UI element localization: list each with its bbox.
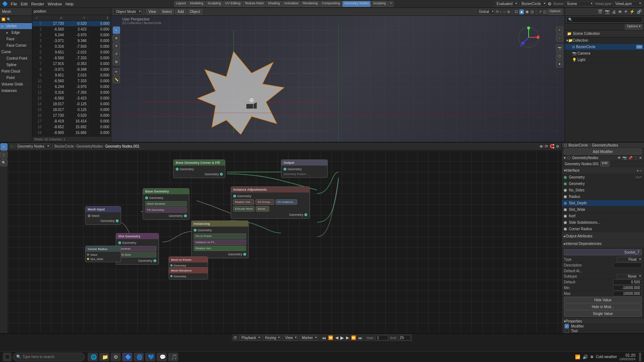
socket-item-corner-radius[interactable]: Corner Radius (562, 226, 644, 232)
socket-item-radius[interactable]: Radius (562, 194, 644, 200)
local-view[interactable]: ● (556, 60, 563, 68)
socket-item-geometry-in[interactable]: Geometry (562, 181, 644, 187)
show-desktop[interactable] (639, 353, 641, 361)
ia-sub4[interactable]: Extrude Mesh (233, 206, 254, 212)
socket-item-side-subdiv[interactable]: Side Subdivisions... (562, 219, 644, 226)
data-row-2[interactable]: 2 6.244 -3.970 0.000 (32, 32, 111, 38)
prop-icon-physics[interactable]: ⚡ (629, 9, 635, 15)
playback-btn[interactable]: Playback (239, 335, 261, 340)
prop-icon-output[interactable]: 🖨 (611, 9, 617, 15)
default-value[interactable]: 0.500 (613, 279, 642, 285)
hide-value-btn[interactable]: Hide Value (564, 297, 642, 303)
tree-instances[interactable]: Instances (0, 88, 32, 94)
mod-bc-item2[interactable]: GeometryNodes (592, 143, 618, 147)
object-dropdown[interactable]: BezierCircle (519, 1, 546, 6)
shading-material[interactable]: ◉ (525, 9, 529, 14)
zoom-in[interactable]: + (556, 27, 563, 34)
mod-delete-icon[interactable]: ✕ (639, 156, 642, 160)
type-dropdown[interactable]: Float (617, 257, 642, 262)
viewport-canvas[interactable]: ↖ ⊕ ✛ ↺ ⊞ ✏ 📏 + − 📷 ⬡ ● (111, 16, 565, 142)
node-instancing[interactable]: Instancing Geometry Pts to Points Instan… (191, 221, 249, 258)
socket-item-no-sides[interactable]: No_Sides (562, 187, 644, 194)
view-menu[interactable]: View (146, 9, 158, 14)
workspace-animation[interactable]: Animation (282, 1, 300, 7)
prop-icon-particles[interactable]: ✳ (624, 9, 628, 15)
scene-item-beziercircle[interactable]: ⊙ BezierCircle GN (565, 44, 644, 50)
properties-section-header[interactable]: ▾ Properties (562, 319, 644, 324)
ia-sub1[interactable]: Realize Inst... (233, 199, 254, 205)
taskbar-explorer[interactable]: 📁 (99, 353, 109, 361)
pb-start[interactable]: ⏮ (322, 336, 326, 340)
data-row-18[interactable]: 18 -8.652 15.692 0.000 (32, 124, 111, 130)
object-menu[interactable]: Object (188, 9, 202, 14)
workspace-shading[interactable]: Shading (266, 1, 281, 7)
slot-sub2[interactable]: Fill Slots (118, 252, 156, 257)
data-row-15[interactable]: 15 18.017 0.125 0.000 (32, 107, 111, 113)
prop-icon-constraints[interactable]: 🔗 (636, 9, 643, 15)
tool-move[interactable]: ✛ (113, 42, 120, 50)
add-modifier-button[interactable]: Add Modifier (564, 148, 642, 155)
scene-item-camera[interactable]: 📷 Camera (565, 50, 644, 57)
node-tool-select[interactable]: ↖ (0, 143, 8, 150)
node-slot-geometry[interactable]: Slot Geometry Geometry Boolean Fill Slot… (116, 233, 159, 265)
mod-bc-item1[interactable]: BezierCircle (569, 143, 588, 147)
pb-prev[interactable]: ◀ (335, 335, 338, 340)
tree-edge[interactable]: ▸ Edge (0, 29, 32, 36)
inst-sub1[interactable]: Pts to Points (194, 233, 246, 239)
options-btn[interactable]: Options (548, 9, 562, 15)
tree-spline[interactable]: Spline (0, 62, 32, 68)
description-input[interactable] (613, 263, 642, 268)
workspace-add[interactable]: + (388, 1, 394, 7)
data-row-10[interactable]: 10 -6.560 7.333 0.000 (32, 78, 111, 84)
taskbar-edge[interactable]: 🌐 (88, 353, 98, 361)
overlay-toggle[interactable]: ◫ (543, 10, 546, 14)
modifier-checkbox[interactable]: ✓ (565, 324, 569, 328)
start-frame[interactable] (376, 335, 388, 340)
markers-btn[interactable]: Marker (300, 335, 318, 340)
min-value[interactable]: -10000.000 (613, 285, 642, 291)
workspace-uv[interactable]: UV Editing (223, 1, 242, 7)
workspace-layout[interactable]: Layout (174, 1, 188, 7)
mod-render-icon[interactable]: 📷 (622, 156, 627, 160)
menu-render[interactable]: Render (31, 2, 44, 6)
shading-render[interactable]: ◎ (530, 9, 534, 14)
tree-face-corner[interactable]: Face Corner (0, 42, 32, 49)
scene-search-input[interactable] (566, 17, 643, 23)
tool-scale[interactable]: ⊞ (113, 58, 120, 65)
tray-icon-volume[interactable]: 🔊 (583, 354, 588, 359)
global-dropdown[interactable]: Global (477, 9, 494, 14)
tree-volume-grids[interactable]: Volume Grids (0, 81, 32, 88)
node-base-geom-corner[interactable]: Base Geometry Corner & Fill Geometry Geo… (173, 159, 225, 178)
interface-add-btn[interactable]: + (636, 168, 639, 173)
workspace-rendering[interactable]: Rendering (301, 1, 320, 7)
output-attr-header[interactable]: ▸ Output Attributes (562, 233, 644, 240)
pb-next[interactable]: ▶ (346, 335, 349, 340)
node-editor[interactable]: ⬡ Geometry Nodes BezierCircle › Geometry… (8, 143, 561, 333)
taskbar-chrome[interactable]: 🌀 (134, 353, 144, 361)
shading-wire[interactable]: ⊡ (515, 9, 518, 14)
node-pink1[interactable]: Mesh to Points Geometry (169, 256, 208, 269)
inst-sub3[interactable]: Realize Inst... (194, 246, 246, 251)
tree-vertex[interactable]: ▸ Vertex (0, 23, 32, 29)
bc-item2[interactable]: GeometryNodes (77, 144, 103, 148)
tool-annotate[interactable]: ✏ (113, 68, 120, 75)
inst-sub2[interactable]: Instance on Pt... (194, 240, 246, 245)
hide-mod-btn[interactable]: Hide in Mod... (564, 303, 642, 310)
add-menu[interactable]: Add (175, 9, 186, 14)
tree-control-point[interactable]: Control Point (0, 55, 32, 62)
object-mode-dropdown[interactable]: Object Mode (114, 9, 142, 14)
data-row-9[interactable]: 9 9.651 2.015 0.000 (32, 73, 111, 78)
data-row-19[interactable]: 19 -8.900 15.665 0.000 (32, 130, 111, 136)
clock-area[interactable]: 01:20 13/02/2024 (619, 353, 635, 361)
node-type-dropdown[interactable]: Geometry Nodes (15, 144, 50, 149)
tool-cursor[interactable]: ⊕ (113, 34, 120, 42)
tool-select[interactable]: ↖ (113, 27, 120, 34)
shading-solid[interactable]: ● (519, 9, 524, 14)
select-menu[interactable]: Select (160, 9, 174, 14)
interface-header[interactable]: ▾ Interface + − (562, 167, 644, 174)
tree-point-cloud[interactable]: Point Cloud (0, 68, 32, 75)
workspace-modeling[interactable]: Modeling (188, 1, 205, 7)
bg-subnode1[interactable]: Mesh Boolean (145, 201, 187, 206)
taskbar-settings[interactable]: ⚙ (111, 353, 121, 361)
viewport-3d[interactable]: Object Mode View Select Add Object Globa… (111, 8, 565, 142)
